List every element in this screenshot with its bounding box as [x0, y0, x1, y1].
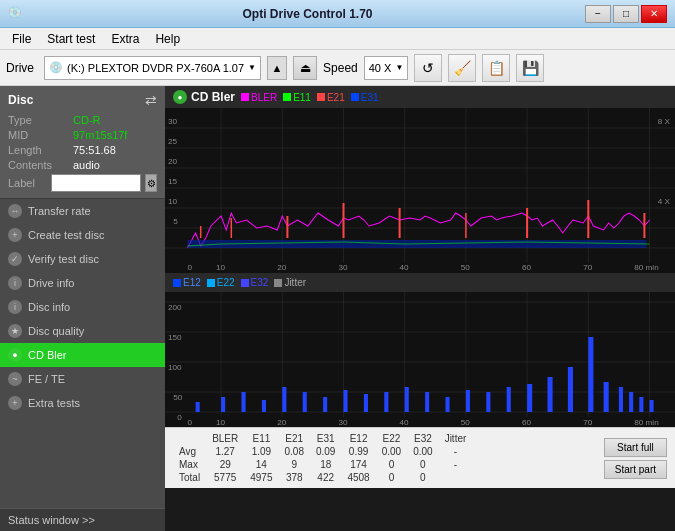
main-layout: Disc ⇄ Type CD-R MID 97m15s17f Length 75…: [0, 86, 675, 531]
menubar: File Start test Extra Help: [0, 28, 675, 50]
refresh-button[interactable]: ↺: [414, 54, 442, 82]
legend-e11-label: E11: [293, 92, 311, 103]
svg-rect-72: [262, 400, 266, 412]
svg-rect-88: [588, 337, 593, 412]
clear-button[interactable]: 🧹: [448, 54, 476, 82]
close-button[interactable]: ✕: [641, 5, 667, 23]
speed-value: 40 X: [369, 62, 392, 74]
svg-rect-73: [282, 387, 286, 412]
window-title: Opti Drive Control 1.70: [30, 7, 585, 21]
max-e22: 0: [376, 458, 407, 471]
save-button[interactable]: 💾: [516, 54, 544, 82]
legend-e32-color: [241, 279, 249, 287]
disc-label-label: Label: [8, 177, 47, 189]
max-e31: 18: [310, 458, 341, 471]
maximize-button[interactable]: □: [613, 5, 639, 23]
svg-text:80 min: 80 min: [634, 418, 658, 427]
minimize-button[interactable]: −: [585, 5, 611, 23]
sidebar-item-disc-quality[interactable]: ★ Disc quality: [0, 319, 165, 343]
app-icon: 💿: [8, 6, 24, 22]
svg-rect-77: [364, 394, 368, 412]
svg-rect-80: [425, 392, 429, 412]
legend-e12: E12: [173, 277, 201, 288]
sidebar-item-verify-test-disc[interactable]: ✓ Verify test disc: [0, 247, 165, 271]
svg-rect-90: [619, 387, 623, 412]
sidebar-item-label: Extra tests: [28, 397, 80, 409]
legend-e22-color: [207, 279, 215, 287]
drive-label: Drive: [6, 61, 34, 75]
drive-selector[interactable]: 💿 (K:) PLEXTOR DVDR PX-760A 1.07 ▼: [44, 56, 261, 80]
svg-rect-71: [242, 392, 246, 412]
sidebar-item-drive-info[interactable]: i Drive info: [0, 271, 165, 295]
max-bler: 29: [206, 458, 244, 471]
sidebar-item-disc-info[interactable]: i Disc info: [0, 295, 165, 319]
sidebar-item-cd-bler[interactable]: ● CD Bler: [0, 343, 165, 367]
legend-e31-color: [351, 93, 359, 101]
menu-file[interactable]: File: [4, 30, 39, 48]
window-controls: − □ ✕: [585, 5, 667, 23]
sidebar-item-extra-tests[interactable]: + Extra tests: [0, 391, 165, 415]
start-part-button[interactable]: Start part: [604, 460, 667, 479]
total-bler: 5775: [206, 471, 244, 484]
stats-table: BLER E11 E21 E31 E12 E22 E32 Jitter Avg …: [173, 432, 472, 484]
avg-e22: 0.00: [376, 445, 407, 458]
copy-button[interactable]: 📋: [482, 54, 510, 82]
speed-selector[interactable]: 40 X ▼: [364, 56, 409, 80]
svg-text:20: 20: [277, 418, 287, 427]
titlebar: 💿 Opti Drive Control 1.70 − □ ✕: [0, 0, 675, 28]
drive-up-button[interactable]: ▲: [267, 56, 287, 80]
svg-text:30: 30: [168, 117, 178, 126]
status-window-button[interactable]: Status window >>: [0, 508, 165, 531]
disc-length-row: Length 75:51.68: [8, 144, 157, 156]
create-disc-icon: +: [8, 228, 22, 242]
max-jitter: -: [439, 458, 473, 471]
svg-rect-91: [629, 392, 633, 412]
svg-text:30: 30: [338, 263, 348, 272]
max-e32: 0: [407, 458, 438, 471]
menu-help[interactable]: Help: [147, 30, 188, 48]
label-settings-button[interactable]: ⚙: [145, 174, 157, 192]
disc-mid-value: 97m15s17f: [73, 129, 127, 141]
svg-rect-81: [446, 397, 450, 412]
max-e12: 174: [341, 458, 375, 471]
sidebar-item-transfer-rate[interactable]: ↔ Transfer rate: [0, 199, 165, 223]
col-e22: E22: [376, 432, 407, 445]
legend-e22-label: E22: [217, 277, 235, 288]
chart-header-top: ● CD Bler BLER E11 E21 E31: [165, 86, 675, 108]
sidebar-item-create-test-disc[interactable]: + Create test disc: [0, 223, 165, 247]
total-e22: 0: [376, 471, 407, 484]
menu-start-test[interactable]: Start test: [39, 30, 103, 48]
legend-e21-label: E21: [327, 92, 345, 103]
svg-rect-85: [527, 384, 532, 412]
eject-button[interactable]: ⏏: [293, 56, 317, 80]
disc-label-row: Label ⚙: [8, 174, 157, 192]
stats-row-max: Max 29 14 9 18 174 0 0 -: [173, 458, 472, 471]
legend-bler-color: [241, 93, 249, 101]
sidebar-item-label: Verify test disc: [28, 253, 99, 265]
col-e21: E21: [279, 432, 310, 445]
col-e32: E32: [407, 432, 438, 445]
disc-panel: Disc ⇄ Type CD-R MID 97m15s17f Length 75…: [0, 86, 165, 199]
svg-rect-89: [604, 382, 609, 412]
disc-header: Disc ⇄: [8, 92, 157, 108]
svg-text:4 X: 4 X: [658, 197, 671, 206]
menu-extra[interactable]: Extra: [103, 30, 147, 48]
disc-length-value: 75:51.68: [73, 144, 116, 156]
max-e21: 9: [279, 458, 310, 471]
legend-jitter-color: [274, 279, 282, 287]
disc-type-label: Type: [8, 114, 73, 126]
legend-jitter: Jitter: [274, 277, 306, 288]
sidebar-item-label: FE / TE: [28, 373, 65, 385]
svg-text:70: 70: [583, 263, 593, 272]
row-avg-label: Avg: [173, 445, 206, 458]
disc-arrows-icon[interactable]: ⇄: [145, 92, 157, 108]
legend-bler: BLER: [241, 92, 277, 103]
svg-text:200: 200: [168, 303, 182, 312]
sidebar-item-fe-te[interactable]: ~ FE / TE: [0, 367, 165, 391]
disc-label-input[interactable]: [51, 174, 141, 192]
chart-bottom-svg: 200 150 100 50 0 0 10 20 30 40 50 60 70 …: [165, 292, 675, 427]
start-full-button[interactable]: Start full: [604, 438, 667, 457]
svg-text:5: 5: [173, 217, 178, 226]
col-jitter: Jitter: [439, 432, 473, 445]
svg-text:40: 40: [400, 418, 410, 427]
